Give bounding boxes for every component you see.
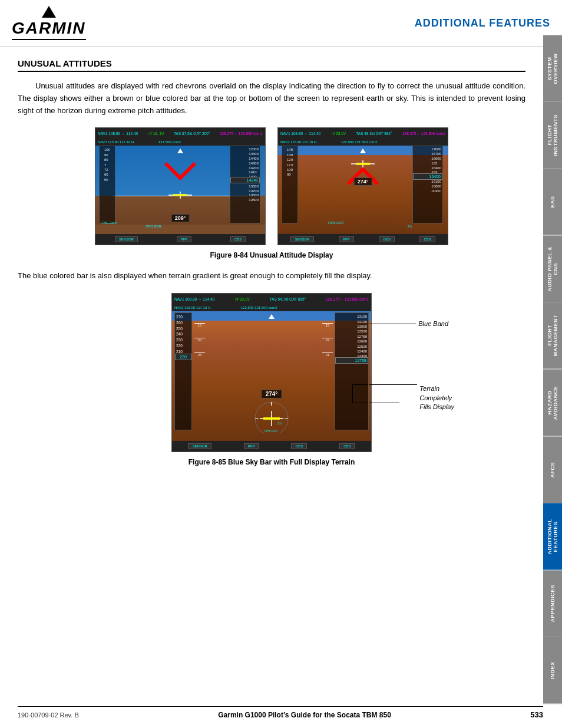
aircraft-symbol-right bbox=[351, 160, 375, 169]
spd-tape-right: 14013012011310090 bbox=[282, 146, 298, 223]
right-sidebar: SYSTEM OVERVIEW FLIGHT INSTRUMENTS EAS A… bbox=[543, 35, 562, 704]
aircraft-symbol-left bbox=[168, 192, 192, 200]
fd-btn-pfp-r[interactable]: PFP bbox=[339, 236, 354, 242]
fd-85-btn-pfp[interactable]: PFP bbox=[244, 443, 259, 449]
alt-tape-right: 1700016700166001651640016316200161001600… bbox=[412, 146, 443, 223]
sidebar-tab-audio-panel[interactable]: AUDIO PANEL & CNS bbox=[543, 236, 562, 303]
fd-sub-bar-right: NAV2 115.90 117.10 H. 122.800 121.500 co… bbox=[278, 139, 448, 146]
roll-triangle-right bbox=[360, 146, 366, 155]
fd-85-btn-cbs[interactable]: CBS bbox=[339, 443, 355, 449]
heading-right: 274° bbox=[354, 177, 372, 186]
sidebar-tab-additional-features[interactable]: ADDITIONAL FEATURES bbox=[543, 503, 562, 571]
sidebar-tab-index[interactable]: INDEX bbox=[543, 637, 562, 704]
fd-btn-cbs[interactable]: CBS bbox=[230, 236, 246, 242]
fd-85-spd-indicator: 220 bbox=[175, 354, 191, 360]
figure-85-display: NAV1 108.80 ↔ 114.40 ↑# 23.1V TAS 54.7kt… bbox=[171, 293, 372, 452]
svg-rect-14 bbox=[263, 417, 280, 420]
fd-85-bottom-bar: SENSOR PFP OBS CBS bbox=[172, 441, 371, 452]
fd-btn-sensor-r[interactable]: SENSOR bbox=[290, 236, 313, 242]
figure-84-right-display: NAV1 108.80 ↔ 114.40 ↑# 23.1V TAS 48.3kt… bbox=[277, 127, 448, 245]
tng-label-left: TNG Zcm bbox=[101, 221, 117, 225]
spd-tape-left: 10090807726050 bbox=[99, 146, 115, 223]
chevron-down-left bbox=[163, 160, 198, 183]
fd-85-pitch-25: 25 21 bbox=[194, 353, 333, 357]
fd-sub-bar-left: NAV2 115.90 117.10 H. 121.500 com2 bbox=[95, 139, 265, 146]
fd-top-bar-left: NAV1 108.80 ↔ 114.40 ↑# 10. 1V TAS 37.5k… bbox=[95, 128, 265, 139]
page-header: GARMIN ADDITIONAL FEATURES bbox=[0, 0, 562, 47]
footer-title: Garmin G1000 Pilot’s Guide for the Socat… bbox=[218, 711, 391, 719]
page-footer: 190-00709-02 Rev. B Garmin G1000 Pilot’s… bbox=[18, 706, 543, 719]
fd-bottom-bar-left: SENSOR PFP CBS bbox=[95, 234, 265, 245]
svg-text:OPS EVR: OPS EVR bbox=[265, 429, 278, 433]
roll-triangle-left bbox=[177, 146, 183, 155]
figure-85-wrapper: NAV1 108.80 ↔ 114.40 ↑# 23.1V TAS 54.7kt… bbox=[171, 293, 372, 452]
alt-values-left: 1200014500144001430014200141014001390013… bbox=[249, 147, 259, 203]
fd-btn-sensor[interactable]: SENSOR bbox=[115, 236, 138, 242]
garmin-logo: GARMIN bbox=[12, 6, 86, 40]
figure-84-caption: Figure 8-84 Unusual Attitude Display bbox=[18, 251, 525, 259]
figure-84-row: NAV1 108.80 ↔ 114.40 ↑# 10. 1V TAS 37.5k… bbox=[18, 127, 525, 245]
fd-btn-pfp[interactable]: PFP bbox=[177, 236, 192, 242]
fd-85-spd-tape: 270260250240230220210200 220 bbox=[174, 312, 192, 430]
alt-values-right: 1700016700166001651640016316200161001600… bbox=[431, 147, 441, 193]
fd-85-pitch-15: 15 15 bbox=[194, 323, 333, 327]
footer-page-number: 533 bbox=[530, 710, 543, 719]
figure-85-caption: Figure 8-85 Blue Sky Bar with Full Displ… bbox=[18, 458, 525, 466]
fd-top-bar-right: NAV1 108.80 ↔ 114.40 ↑# 23.1V TAS 48.3kt… bbox=[278, 128, 448, 139]
garmin-triangle-icon bbox=[42, 6, 56, 18]
figure-85-center: NAV1 108.80 ↔ 114.40 ↑# 23.1V TAS 54.7kt… bbox=[18, 293, 525, 452]
fd-85-sub-bar: NAV2 115.90 117.10 H. 122.800 121.500 co… bbox=[172, 304, 371, 311]
sidebar-tab-hazard-avoidance[interactable]: HAZARD AVOIDANCE bbox=[543, 370, 562, 437]
body-paragraph-2: The blue colored bar is also displayed w… bbox=[18, 270, 525, 282]
svg-rect-6 bbox=[356, 163, 370, 165]
fd-85-alt-indicator: 12768 bbox=[335, 357, 368, 364]
footer-part-number: 190-00709-02 Rev. B bbox=[18, 711, 79, 719]
fd-85-btn-sensor[interactable]: SENSOR bbox=[188, 443, 211, 449]
spd-values-left: 10090807726050 bbox=[104, 147, 110, 182]
heading-left: 209° bbox=[171, 214, 190, 222]
zi-label-right: ZI↕ bbox=[408, 225, 412, 228]
sidebar-tab-appendices[interactable]: APPENDICES bbox=[543, 571, 562, 638]
body-paragraph-1: Unusual attitudes are displayed with red… bbox=[18, 80, 525, 117]
gps-label-left: OPS EVR bbox=[146, 225, 161, 228]
svg-marker-17 bbox=[269, 314, 275, 319]
sidebar-tab-flight-instruments[interactable]: FLIGHT INSTRUMENTS bbox=[543, 102, 562, 169]
gps-label-right: OPS EVR bbox=[328, 221, 344, 225]
annotation-blue-band: Blue Band bbox=[369, 320, 448, 327]
fd-btn-obs-r[interactable]: OBS bbox=[379, 236, 395, 242]
fd-bottom-bar-right: SENSOR PFP OBS CBS bbox=[278, 234, 448, 245]
fd-85-btn-obs[interactable]: OBS bbox=[291, 443, 307, 449]
sidebar-tab-afcs[interactable]: AFCS bbox=[543, 437, 562, 504]
garmin-logo-text: GARMIN bbox=[12, 19, 86, 38]
spd-values-right: 14013012011310090 bbox=[287, 147, 293, 177]
fd-85-heading: 274° bbox=[262, 390, 282, 398]
svg-rect-2 bbox=[173, 194, 187, 196]
fd-85-top-bar: NAV1 108.80 ↔ 114.40 ↑# 23.1V TAS 54.7kt… bbox=[172, 294, 371, 304]
fd-85-pitch-20: 20 23 bbox=[194, 338, 333, 342]
figure-84-left-display: NAV1 108.80 ↔ 114.40 ↑# 10. 1V TAS 37.5k… bbox=[95, 127, 266, 245]
svg-marker-3 bbox=[177, 149, 183, 153]
sidebar-tab-eas[interactable]: EAS bbox=[543, 169, 562, 236]
alt-tape-left: 1200014500144001430014200141014001390013… bbox=[230, 146, 260, 223]
fd-btn-cbs-r[interactable]: CBS bbox=[419, 236, 435, 242]
sidebar-tab-system-overview[interactable]: SYSTEM OVERVIEW bbox=[543, 35, 562, 102]
fd-85-alt-tape: 1310013100130001250012768126001250012400… bbox=[335, 312, 369, 430]
main-content: UNUSUAL ATTITUDES Unusual attitudes are … bbox=[0, 47, 543, 495]
fd-85-roll-triangle bbox=[269, 312, 275, 321]
fd-earth-bar-left bbox=[95, 225, 265, 234]
sidebar-tab-flight-management[interactable]: FLIGHT MANAGEMENT bbox=[543, 302, 562, 370]
svg-marker-7 bbox=[360, 149, 366, 153]
section-header-title: ADDITIONAL FEATURES bbox=[415, 17, 550, 29]
section-title: UNUSUAL ATTITUDES bbox=[18, 58, 525, 72]
svg-text:ZI↕: ZI↕ bbox=[277, 421, 282, 425]
